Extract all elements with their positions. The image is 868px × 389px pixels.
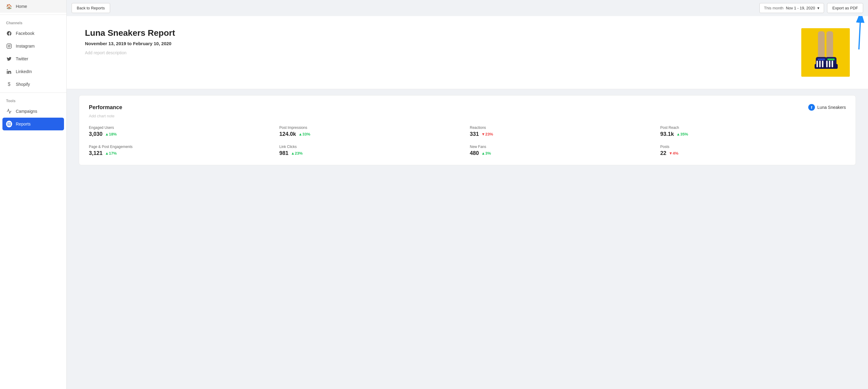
reports-icon bbox=[6, 121, 12, 127]
sidebar-item-campaigns[interactable]: Campaigns bbox=[0, 105, 66, 118]
sidebar-item-instagram[interactable]: Instagram bbox=[0, 40, 66, 53]
svg-rect-18 bbox=[829, 61, 830, 67]
sidebar-item-twitter[interactable]: Twitter bbox=[0, 53, 66, 65]
svg-rect-17 bbox=[826, 61, 828, 67]
metric-value: 124.0k bbox=[279, 131, 296, 137]
metric-change: ▲33% bbox=[299, 132, 310, 136]
metric-change: ▲23% bbox=[291, 151, 303, 156]
performance-title: Performance bbox=[89, 104, 122, 111]
metric-value-row: 93.1k ▲35% bbox=[660, 131, 846, 137]
metric-value-row: 480 ▲3% bbox=[470, 150, 655, 157]
metric-change: ▼4% bbox=[669, 151, 678, 156]
metric-item: Page & Post Engagements 3,121 ▲17% bbox=[89, 144, 275, 157]
metric-change: ▲35% bbox=[676, 132, 688, 136]
svg-rect-7 bbox=[827, 31, 833, 59]
sidebar-item-linkedin[interactable]: LinkedIn bbox=[0, 65, 66, 78]
linkedin-icon bbox=[6, 68, 12, 74]
svg-rect-6 bbox=[818, 31, 825, 59]
report-cover-image bbox=[801, 28, 850, 77]
instagram-icon bbox=[6, 43, 12, 49]
home-label: Home bbox=[16, 4, 27, 9]
svg-rect-11 bbox=[816, 61, 818, 67]
sidebar-item-reports[interactable]: Reports bbox=[2, 118, 64, 130]
svg-rect-12 bbox=[819, 61, 821, 67]
sneaker-svg bbox=[801, 28, 850, 77]
svg-rect-5 bbox=[801, 28, 850, 77]
metric-label: Post Impressions bbox=[279, 126, 465, 130]
svg-rect-13 bbox=[822, 61, 824, 67]
date-value: Nov 1 - 19, 2020 bbox=[786, 6, 815, 10]
performance-header: Performance f Luna Sneakers bbox=[89, 104, 846, 111]
topbar: Back to Reports This month Nov 1 - 19, 2… bbox=[67, 0, 868, 16]
back-to-reports-button[interactable]: Back to Reports bbox=[71, 3, 110, 13]
sidebar-label-facebook: Facebook bbox=[16, 31, 34, 36]
sidebar: 🏠 Home Channels Facebook Instagram Twitt… bbox=[0, 0, 67, 389]
metric-change: ▲18% bbox=[105, 132, 117, 136]
shopify-icon: $ bbox=[6, 81, 12, 87]
metric-label: Post Reach bbox=[660, 126, 846, 130]
channel-name: Luna Sneakers bbox=[817, 105, 846, 110]
report-header-card: Luna Sneakers Report November 13, 2019 t… bbox=[67, 16, 868, 89]
metric-label: Posts bbox=[660, 144, 846, 149]
metric-value-row: 981 ▲23% bbox=[279, 150, 465, 157]
metric-item: New Fans 480 ▲3% bbox=[470, 144, 655, 157]
metric-value-row: 3,121 ▲17% bbox=[89, 150, 275, 157]
report-description-field[interactable]: Add report description bbox=[85, 50, 175, 55]
metric-value: 480 bbox=[470, 150, 479, 157]
channel-badge: f Luna Sneakers bbox=[808, 104, 846, 111]
dropdown-chevron-icon: ▾ bbox=[817, 6, 819, 10]
metric-value-row: 22 ▼4% bbox=[660, 150, 846, 157]
metric-label: New Fans bbox=[470, 144, 655, 149]
performance-card: Performance f Luna Sneakers Add chart no… bbox=[79, 95, 856, 165]
svg-point-4 bbox=[7, 69, 8, 70]
channels-section-label: Channels bbox=[0, 17, 66, 27]
chart-note-field[interactable]: Add chart note bbox=[89, 114, 846, 118]
sidebar-label-instagram: Instagram bbox=[16, 44, 35, 48]
sidebar-item-home[interactable]: 🏠 Home bbox=[0, 0, 66, 13]
facebook-channel-icon: f bbox=[808, 104, 815, 111]
metric-change: ▼23% bbox=[481, 132, 493, 136]
metric-item: Link Clicks 981 ▲23% bbox=[279, 144, 465, 157]
svg-line-21 bbox=[859, 19, 860, 50]
home-icon: 🏠 bbox=[6, 3, 12, 9]
metric-item: Post Reach 93.1k ▲35% bbox=[660, 126, 846, 137]
svg-rect-16 bbox=[827, 59, 835, 60]
metric-change: ▲3% bbox=[481, 151, 491, 156]
twitter-icon bbox=[6, 56, 12, 62]
metric-value-row: 124.0k ▲33% bbox=[279, 131, 465, 137]
metric-value: 93.1k bbox=[660, 131, 674, 137]
metric-value-row: 3,030 ▲18% bbox=[89, 131, 275, 137]
metric-item: Post Impressions 124.0k ▲33% bbox=[279, 126, 465, 137]
metric-item: Engaged Users 3,030 ▲18% bbox=[89, 126, 275, 137]
sidebar-divider-top bbox=[0, 14, 66, 15]
tools-section-label: Tools bbox=[0, 95, 66, 105]
svg-rect-3 bbox=[7, 71, 8, 74]
svg-rect-19 bbox=[832, 61, 833, 67]
metric-value: 981 bbox=[279, 150, 288, 157]
metric-value: 3,121 bbox=[89, 150, 102, 157]
date-range-dropdown[interactable]: This month Nov 1 - 19, 2020 ▾ bbox=[760, 3, 824, 13]
metric-label: Reactions bbox=[470, 126, 655, 130]
metric-value: 22 bbox=[660, 150, 666, 157]
date-label: This month bbox=[764, 6, 783, 10]
content-area: Luna Sneakers Report November 13, 2019 t… bbox=[67, 16, 868, 389]
sidebar-label-linkedin: LinkedIn bbox=[16, 69, 32, 74]
metric-label: Page & Post Engagements bbox=[89, 144, 275, 149]
sidebar-item-shopify[interactable]: $ Shopify bbox=[0, 78, 66, 91]
main-content: Back to Reports This month Nov 1 - 19, 2… bbox=[67, 0, 868, 389]
svg-rect-0 bbox=[7, 44, 11, 48]
report-header-text: Luna Sneakers Report November 13, 2019 t… bbox=[85, 28, 175, 55]
sidebar-label-shopify: Shopify bbox=[16, 82, 30, 87]
sidebar-label-twitter: Twitter bbox=[16, 56, 28, 61]
topbar-right: This month Nov 1 - 19, 2020 ▾ Export as … bbox=[760, 3, 863, 13]
report-date-range: November 13, 2019 to February 10, 2020 bbox=[85, 41, 175, 46]
metric-label: Engaged Users bbox=[89, 126, 275, 130]
export-pdf-button[interactable]: Export as PDF bbox=[827, 3, 863, 13]
metric-item: Reactions 331 ▼23% bbox=[470, 126, 655, 137]
svg-point-2 bbox=[10, 44, 11, 45]
metric-value: 3,030 bbox=[89, 131, 102, 137]
metric-item: Posts 22 ▼4% bbox=[660, 144, 846, 157]
sidebar-item-facebook[interactable]: Facebook bbox=[0, 27, 66, 40]
svg-point-1 bbox=[8, 45, 10, 47]
sidebar-label-reports: Reports bbox=[16, 122, 31, 126]
